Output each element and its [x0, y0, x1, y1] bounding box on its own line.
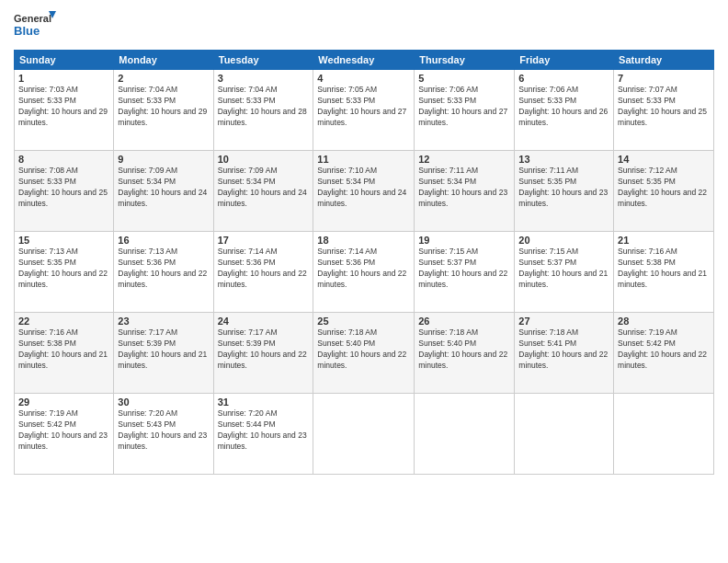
- calendar-cell: 16 Sunrise: 7:13 AM Sunset: 5:36 PM Dayl…: [114, 232, 213, 313]
- day-number: 24: [218, 316, 310, 327]
- day-info: Sunrise: 7:05 AM Sunset: 5:33 PM Dayligh…: [317, 85, 410, 129]
- calendar-cell: 7 Sunrise: 7:07 AM Sunset: 5:33 PM Dayli…: [614, 70, 714, 151]
- day-info: Sunrise: 7:09 AM Sunset: 5:34 PM Dayligh…: [118, 166, 209, 210]
- calendar-cell: [313, 394, 415, 475]
- calendar-cell: 4 Sunrise: 7:05 AM Sunset: 5:33 PM Dayli…: [313, 70, 415, 151]
- calendar-header-row: SundayMondayTuesdayWednesdayThursdayFrid…: [15, 51, 714, 70]
- day-info: Sunrise: 7:06 AM Sunset: 5:33 PM Dayligh…: [518, 85, 609, 129]
- day-info: Sunrise: 7:17 AM Sunset: 5:39 PM Dayligh…: [218, 327, 310, 372]
- calendar-cell: 2 Sunrise: 7:04 AM Sunset: 5:33 PM Dayli…: [114, 70, 213, 151]
- calendar-cell: 6 Sunrise: 7:06 AM Sunset: 5:33 PM Dayli…: [515, 70, 614, 151]
- day-info: Sunrise: 7:19 AM Sunset: 5:42 PM Dayligh…: [18, 408, 109, 453]
- calendar-cell: 3 Sunrise: 7:04 AM Sunset: 5:33 PM Dayli…: [213, 70, 313, 151]
- logo: General Blue: [14, 9, 60, 42]
- calendar-cell: 12 Sunrise: 7:11 AM Sunset: 5:34 PM Dayl…: [415, 151, 515, 232]
- calendar-cell: 10 Sunrise: 7:09 AM Sunset: 5:34 PM Dayl…: [213, 151, 313, 232]
- calendar-cell: 13 Sunrise: 7:11 AM Sunset: 5:35 PM Dayl…: [515, 151, 614, 232]
- logo-svg: General Blue: [14, 9, 60, 42]
- week-row-5: 29 Sunrise: 7:19 AM Sunset: 5:42 PM Dayl…: [15, 394, 714, 475]
- day-info: Sunrise: 7:12 AM Sunset: 5:35 PM Dayligh…: [618, 166, 710, 210]
- calendar-cell: 26 Sunrise: 7:18 AM Sunset: 5:40 PM Dayl…: [415, 313, 515, 394]
- day-info: Sunrise: 7:04 AM Sunset: 5:33 PM Dayligh…: [118, 85, 209, 129]
- day-info: Sunrise: 7:17 AM Sunset: 5:39 PM Dayligh…: [118, 327, 209, 372]
- day-info: Sunrise: 7:16 AM Sunset: 5:38 PM Dayligh…: [618, 247, 710, 291]
- day-number: 16: [118, 235, 209, 246]
- day-info: Sunrise: 7:18 AM Sunset: 5:40 PM Dayligh…: [418, 327, 510, 372]
- day-number: 13: [518, 154, 609, 165]
- day-info: Sunrise: 7:20 AM Sunset: 5:43 PM Dayligh…: [118, 408, 209, 453]
- day-info: Sunrise: 7:14 AM Sunset: 5:36 PM Dayligh…: [218, 247, 310, 291]
- header: General Blue: [14, 9, 714, 42]
- day-number: 31: [218, 396, 310, 408]
- day-info: Sunrise: 7:18 AM Sunset: 5:41 PM Dayligh…: [518, 327, 609, 372]
- calendar-cell: 24 Sunrise: 7:17 AM Sunset: 5:39 PM Dayl…: [213, 313, 313, 394]
- day-info: Sunrise: 7:06 AM Sunset: 5:33 PM Dayligh…: [418, 85, 510, 129]
- svg-text:General: General: [14, 13, 51, 24]
- calendar-cell: 21 Sunrise: 7:16 AM Sunset: 5:38 PM Dayl…: [614, 232, 714, 313]
- day-number: 11: [317, 154, 410, 165]
- day-info: Sunrise: 7:10 AM Sunset: 5:34 PM Dayligh…: [317, 166, 410, 210]
- calendar-body: 1 Sunrise: 7:03 AM Sunset: 5:33 PM Dayli…: [15, 70, 714, 475]
- page: General Blue SundayMondayTuesdayWednesda…: [0, 0, 728, 563]
- calendar-cell: 14 Sunrise: 7:12 AM Sunset: 5:35 PM Dayl…: [614, 151, 714, 232]
- calendar-cell: 19 Sunrise: 7:15 AM Sunset: 5:37 PM Dayl…: [415, 232, 515, 313]
- day-number: 27: [518, 316, 609, 327]
- calendar-cell: 8 Sunrise: 7:08 AM Sunset: 5:33 PM Dayli…: [15, 151, 114, 232]
- header-wednesday: Wednesday: [313, 51, 415, 70]
- day-number: 25: [317, 316, 410, 327]
- day-number: 23: [118, 316, 209, 327]
- week-row-1: 1 Sunrise: 7:03 AM Sunset: 5:33 PM Dayli…: [15, 70, 714, 151]
- day-number: 26: [418, 316, 510, 327]
- calendar-cell: [614, 394, 714, 475]
- week-row-2: 8 Sunrise: 7:08 AM Sunset: 5:33 PM Dayli…: [15, 151, 714, 232]
- day-number: 30: [118, 396, 209, 408]
- day-number: 19: [418, 235, 510, 246]
- calendar-cell: 18 Sunrise: 7:14 AM Sunset: 5:36 PM Dayl…: [313, 232, 415, 313]
- header-saturday: Saturday: [614, 51, 714, 70]
- svg-text:Blue: Blue: [14, 24, 40, 38]
- day-info: Sunrise: 7:07 AM Sunset: 5:33 PM Dayligh…: [618, 85, 710, 129]
- day-number: 21: [618, 235, 710, 246]
- calendar-cell: 30 Sunrise: 7:20 AM Sunset: 5:43 PM Dayl…: [114, 394, 213, 475]
- day-info: Sunrise: 7:19 AM Sunset: 5:42 PM Dayligh…: [618, 327, 710, 372]
- day-number: 2: [118, 73, 209, 84]
- day-number: 1: [18, 73, 109, 84]
- week-row-3: 15 Sunrise: 7:13 AM Sunset: 5:35 PM Dayl…: [15, 232, 714, 313]
- day-number: 14: [618, 154, 710, 165]
- day-info: Sunrise: 7:08 AM Sunset: 5:33 PM Dayligh…: [18, 166, 109, 210]
- calendar-table: SundayMondayTuesdayWednesdayThursdayFrid…: [14, 50, 714, 475]
- day-number: 17: [218, 235, 310, 246]
- header-friday: Friday: [515, 51, 614, 70]
- calendar-cell: 20 Sunrise: 7:15 AM Sunset: 5:37 PM Dayl…: [515, 232, 614, 313]
- week-row-4: 22 Sunrise: 7:16 AM Sunset: 5:38 PM Dayl…: [15, 313, 714, 394]
- day-info: Sunrise: 7:04 AM Sunset: 5:33 PM Dayligh…: [218, 85, 310, 129]
- calendar-cell: 9 Sunrise: 7:09 AM Sunset: 5:34 PM Dayli…: [114, 151, 213, 232]
- day-number: 8: [18, 154, 109, 165]
- calendar-cell: 27 Sunrise: 7:18 AM Sunset: 5:41 PM Dayl…: [515, 313, 614, 394]
- day-info: Sunrise: 7:13 AM Sunset: 5:35 PM Dayligh…: [18, 247, 109, 291]
- day-info: Sunrise: 7:16 AM Sunset: 5:38 PM Dayligh…: [18, 327, 109, 372]
- day-number: 3: [218, 73, 310, 84]
- calendar-cell: [415, 394, 515, 475]
- calendar-cell: [515, 394, 614, 475]
- day-number: 18: [317, 235, 410, 246]
- day-info: Sunrise: 7:15 AM Sunset: 5:37 PM Dayligh…: [418, 247, 510, 291]
- day-info: Sunrise: 7:13 AM Sunset: 5:36 PM Dayligh…: [118, 247, 209, 291]
- calendar-cell: 15 Sunrise: 7:13 AM Sunset: 5:35 PM Dayl…: [15, 232, 114, 313]
- day-number: 15: [18, 235, 109, 246]
- calendar-cell: 5 Sunrise: 7:06 AM Sunset: 5:33 PM Dayli…: [415, 70, 515, 151]
- day-number: 20: [518, 235, 609, 246]
- day-info: Sunrise: 7:20 AM Sunset: 5:44 PM Dayligh…: [218, 408, 310, 453]
- calendar-cell: 1 Sunrise: 7:03 AM Sunset: 5:33 PM Dayli…: [15, 70, 114, 151]
- day-info: Sunrise: 7:18 AM Sunset: 5:40 PM Dayligh…: [317, 327, 410, 372]
- header-sunday: Sunday: [15, 51, 114, 70]
- day-number: 28: [618, 316, 710, 327]
- day-info: Sunrise: 7:11 AM Sunset: 5:34 PM Dayligh…: [418, 166, 510, 210]
- day-number: 7: [618, 73, 710, 84]
- header-monday: Monday: [114, 51, 213, 70]
- day-info: Sunrise: 7:09 AM Sunset: 5:34 PM Dayligh…: [218, 166, 310, 210]
- day-number: 9: [118, 154, 209, 165]
- calendar-cell: 17 Sunrise: 7:14 AM Sunset: 5:36 PM Dayl…: [213, 232, 313, 313]
- calendar-cell: 29 Sunrise: 7:19 AM Sunset: 5:42 PM Dayl…: [15, 394, 114, 475]
- day-number: 22: [18, 316, 109, 327]
